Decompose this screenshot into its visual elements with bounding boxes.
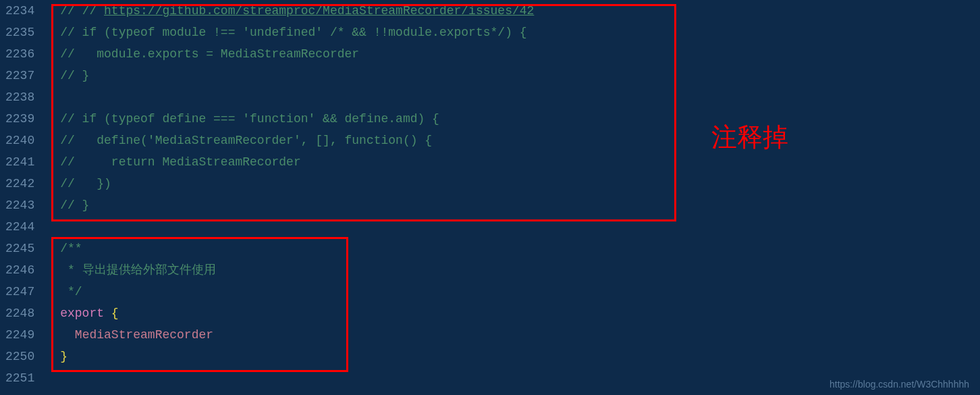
line-number: 2238 (5, 86, 34, 108)
line-number: 2236 (5, 43, 34, 65)
line-number: 2249 (5, 324, 34, 346)
code-line[interactable]: export { (60, 302, 980, 324)
line-number: 2239 (5, 108, 34, 130)
line-number: 2237 (5, 65, 34, 86)
code-line[interactable]: MediaStreamRecorder (60, 324, 980, 346)
code-token: // return MediaStreamRecorder (60, 155, 300, 169)
code-token: // if (typeof module !== 'undefined' /* … (60, 26, 526, 39)
code-line[interactable]: } (60, 346, 980, 367)
line-number: 2247 (5, 281, 34, 302)
code-token: // define('MediaStreamRecorder', [], fun… (60, 134, 432, 147)
code-line[interactable]: // } (60, 65, 980, 86)
watermark-url: https://blog.csdn.net/W3Chhhhhh (829, 379, 969, 390)
code-line[interactable]: // } (60, 194, 980, 216)
code-token: // module.exports = MediaStreamRecorder (60, 47, 359, 61)
line-number: 2248 (5, 302, 34, 324)
code-line[interactable]: /** (60, 238, 980, 259)
line-number: 2250 (5, 346, 34, 367)
code-token: MediaStreamRecorder (75, 328, 213, 342)
code-token: { (111, 307, 119, 320)
code-token: // } (60, 199, 89, 212)
code-token (60, 328, 75, 342)
code-line[interactable]: // module.exports = MediaStreamRecorder (60, 43, 980, 65)
line-number: 2243 (5, 194, 34, 216)
code-line[interactable]: // }) (60, 173, 980, 194)
code-line[interactable]: // return MediaStreamRecorder (60, 151, 980, 173)
code-editor[interactable]: 2234223522362237223822392240224122422243… (0, 0, 980, 395)
code-token: // if (typeof define === 'function' && d… (60, 112, 439, 126)
line-number: 2242 (5, 173, 34, 194)
line-number: 2246 (5, 259, 34, 281)
line-number: 2241 (5, 151, 34, 173)
line-number: 2235 (5, 22, 34, 43)
code-token: // (82, 4, 104, 18)
line-number: 2251 (5, 367, 34, 389)
code-line[interactable] (60, 216, 980, 238)
code-token: * 导出提供给外部文件使用 (60, 263, 215, 277)
code-line[interactable]: // define('MediaStreamRecorder', [], fun… (60, 130, 980, 151)
code-token: https://github.com/streamproc/MediaStrea… (104, 4, 534, 18)
line-number: 2244 (5, 216, 34, 238)
code-token: } (60, 350, 67, 363)
code-line[interactable]: */ (60, 281, 980, 302)
line-number: 2240 (5, 130, 34, 151)
code-token: // (60, 4, 82, 18)
code-line[interactable]: * 导出提供给外部文件使用 (60, 259, 980, 281)
code-line[interactable]: // if (typeof module !== 'undefined' /* … (60, 22, 980, 43)
code-token: */ (60, 285, 82, 298)
code-line[interactable]: // // https://github.com/streamproc/Medi… (60, 0, 980, 22)
line-number: 2245 (5, 238, 34, 259)
code-content[interactable]: // // https://github.com/streamproc/Medi… (48, 0, 980, 395)
code-token: /** (60, 242, 82, 255)
code-token: export (60, 307, 104, 320)
code-line[interactable] (60, 86, 980, 108)
line-number-gutter: 2234223522362237223822392240224122422243… (0, 0, 48, 395)
code-token: // } (60, 69, 89, 82)
annotation-label-commented: 注释掉 (711, 120, 788, 155)
line-number: 2234 (5, 0, 34, 22)
code-token (104, 307, 111, 320)
code-token: // }) (60, 177, 111, 190)
code-line[interactable]: // if (typeof define === 'function' && d… (60, 108, 980, 130)
